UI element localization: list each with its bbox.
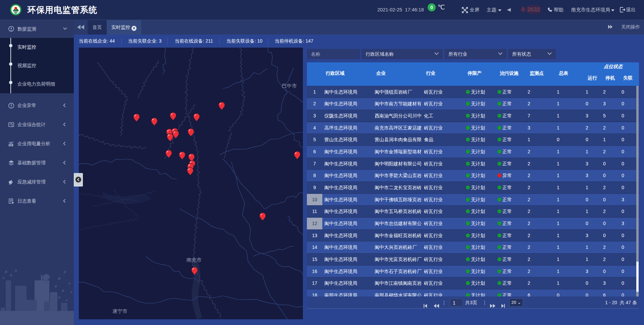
- svg-text:巴中市: 巴中市: [282, 83, 297, 89]
- svg-text:南充市: 南充市: [186, 257, 202, 263]
- svg-text:遂宁市: 遂宁市: [112, 308, 127, 314]
